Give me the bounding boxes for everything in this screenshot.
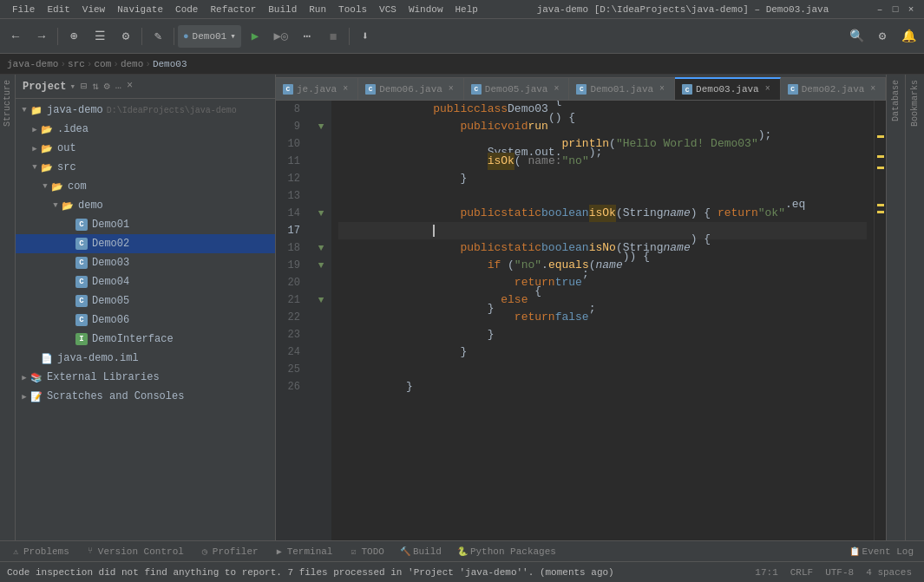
menu-build[interactable]: Build bbox=[263, 3, 302, 16]
tab-demo01[interactable]: C Demo01.java × bbox=[569, 77, 675, 100]
bottom-tab-build[interactable]: 🔨 Build bbox=[393, 542, 449, 561]
breadcrumb-part-2[interactable]: src bbox=[68, 59, 85, 69]
tab-je-java[interactable]: C je.java × bbox=[276, 77, 358, 100]
tree-item-idea[interactable]: ▶ 📂 .idea bbox=[16, 120, 275, 139]
stop-button[interactable]: ◼ bbox=[321, 24, 345, 49]
tree-item-java-demo[interactable]: ▼ 📁 java-demo D:\IdeaProjects\java-demo bbox=[16, 101, 275, 120]
tree-label-out: out bbox=[57, 142, 76, 154]
bottom-tab-profiler[interactable]: ◷ Profiler bbox=[193, 542, 265, 561]
database-strip: Database bbox=[886, 75, 905, 540]
tree-label-java-demo: java-demo bbox=[47, 104, 103, 116]
code-editor[interactable]: public class Demo03 { public void run() … bbox=[331, 101, 874, 540]
bottom-tab-event-log[interactable]: 📋 Event Log bbox=[842, 542, 921, 561]
menu-window[interactable]: Window bbox=[403, 3, 449, 16]
more-button[interactable]: … bbox=[114, 79, 123, 94]
database-button[interactable]: Database bbox=[888, 75, 903, 127]
tab-demo02[interactable]: C Demo02.java × bbox=[781, 77, 886, 100]
bottom-tab-problems[interactable]: ⚠ Problems bbox=[3, 542, 76, 561]
tab-close-demo03[interactable]: × bbox=[763, 85, 773, 94]
breadcrumb-part-1[interactable]: java-demo bbox=[7, 59, 58, 69]
menu-view[interactable]: View bbox=[77, 3, 110, 16]
tab-demo03[interactable]: C Demo03.java × bbox=[675, 77, 781, 100]
tab-demo06[interactable]: C Demo06.java × bbox=[358, 77, 464, 100]
sort-button[interactable]: ⇅ bbox=[90, 79, 100, 94]
toolbar-recent-button[interactable]: ⊕ bbox=[62, 24, 86, 49]
bottom-tab-version-control[interactable]: ⑂ Version Control bbox=[78, 542, 191, 561]
tree-item-demo01[interactable]: C Demo01 bbox=[16, 215, 275, 234]
gutter-22 bbox=[311, 309, 331, 326]
editor-area[interactable]: 8 9 10 11 12 13 14 17 18 19 20 21 22 23 … bbox=[276, 101, 886, 540]
toolbar-menu-button[interactable]: ☰ bbox=[88, 24, 112, 49]
bottom-tab-todo[interactable]: ☑ TODO bbox=[341, 542, 390, 561]
toolbar-edit-button[interactable]: ✎ bbox=[146, 24, 170, 49]
tree-item-com[interactable]: ▼ 📂 com bbox=[16, 177, 275, 196]
search-everywhere-button[interactable]: 🔍 bbox=[844, 24, 868, 49]
menu-bar[interactable]: File Edit View Navigate Code Refactor Bu… bbox=[7, 3, 483, 16]
run-coverage-button[interactable]: ▶◎ bbox=[269, 24, 293, 49]
toolbar-back-button[interactable]: ← bbox=[3, 24, 28, 49]
status-line-ending[interactable]: CRLF bbox=[785, 562, 818, 582]
toolbar-update-button[interactable]: ⬇ bbox=[353, 24, 377, 49]
tree-item-demointerface[interactable]: I DemoInterface bbox=[16, 330, 275, 349]
structure-button[interactable]: Structure bbox=[1, 75, 14, 132]
toolbar-forward-button[interactable]: → bbox=[29, 24, 54, 49]
tab-label-demo06: Demo06.java bbox=[379, 84, 442, 95]
settings-button[interactable]: ⚙ bbox=[102, 79, 112, 94]
tree-item-out[interactable]: ▶ 📂 out bbox=[16, 139, 275, 158]
toolbar: ← → ⊕ ☰ ⚙ ✎ ● Demo01 ▾ ▶ ▶◎ ⋯ ◼ ⬇ 🔍 ⚙ 🔔 bbox=[0, 19, 924, 54]
menu-run[interactable]: Run bbox=[304, 3, 331, 16]
bottom-tab-terminal[interactable]: ▶ Terminal bbox=[267, 542, 340, 561]
sidebar-dropdown-icon[interactable]: ▾ bbox=[69, 81, 75, 92]
collapse-all-button[interactable]: ⊟ bbox=[79, 79, 88, 94]
hide-button[interactable]: × bbox=[125, 79, 134, 94]
bottom-tab-python-packages[interactable]: 🐍 Python Packages bbox=[450, 542, 563, 561]
line-num-26: 26 bbox=[276, 378, 305, 396]
bookmarks-button[interactable]: Bookmarks bbox=[908, 75, 922, 132]
menu-refactor[interactable]: Refactor bbox=[205, 3, 261, 16]
notifications-button[interactable]: 🔔 bbox=[896, 24, 921, 49]
toolbar-more-run[interactable]: ⋯ bbox=[295, 24, 319, 49]
tab-close-je[interactable]: × bbox=[340, 85, 351, 94]
tree-item-demo05[interactable]: C Demo05 bbox=[16, 291, 275, 311]
menu-navigate[interactable]: Navigate bbox=[112, 3, 168, 16]
gutter-20 bbox=[311, 274, 331, 291]
line-num-24: 24 bbox=[276, 343, 305, 361]
menu-file[interactable]: File bbox=[7, 3, 40, 16]
tree-item-iml[interactable]: 📄 java-demo.iml bbox=[16, 349, 275, 368]
toolbar-settings-button[interactable]: ⚙ bbox=[114, 24, 138, 49]
status-encoding[interactable]: UTF-8 bbox=[820, 562, 859, 582]
tab-close-demo06[interactable]: × bbox=[446, 85, 456, 94]
tab-close-demo05[interactable]: × bbox=[551, 85, 561, 94]
menu-edit[interactable]: Edit bbox=[42, 3, 75, 16]
status-indent[interactable]: 4 spaces bbox=[861, 562, 917, 582]
tree-item-demo04[interactable]: C Demo04 bbox=[16, 272, 275, 291]
minimize-button[interactable]: – bbox=[874, 3, 886, 16]
tree-item-scratches[interactable]: ▶ 📝 Scratches and Consoles bbox=[16, 387, 275, 406]
tab-demo05[interactable]: C Demo05.java × bbox=[464, 77, 570, 100]
profiler-icon: ◷ bbox=[200, 546, 210, 557]
tree-item-demo06[interactable]: C Demo06 bbox=[16, 311, 275, 330]
run-config-dropdown[interactable]: ● Demo01 ▾ bbox=[178, 25, 241, 48]
tree-item-src[interactable]: ▼ 📂 src bbox=[16, 158, 275, 177]
tree-item-demo[interactable]: ▼ 📂 demo bbox=[16, 196, 275, 215]
maximize-button[interactable]: □ bbox=[889, 3, 901, 16]
run-button[interactable]: ▶ bbox=[243, 24, 267, 49]
menu-code[interactable]: Code bbox=[170, 3, 203, 16]
tree-item-demo03[interactable]: C Demo03 bbox=[16, 253, 275, 272]
window-controls[interactable]: – □ × bbox=[874, 3, 917, 16]
tree-item-ext-libs[interactable]: ▶ 📚 External Libraries bbox=[16, 368, 275, 387]
close-button[interactable]: × bbox=[905, 3, 917, 16]
menu-help[interactable]: Help bbox=[450, 3, 483, 16]
menu-vcs[interactable]: VCS bbox=[374, 3, 402, 16]
breadcrumb-part-4[interactable]: demo bbox=[121, 59, 143, 69]
tree-label-demo01: Demo01 bbox=[92, 219, 129, 231]
run-config-icon: ● bbox=[183, 31, 189, 42]
tab-close-demo02[interactable]: × bbox=[868, 85, 878, 94]
menu-tools[interactable]: Tools bbox=[333, 3, 372, 16]
status-position[interactable]: 17:1 bbox=[750, 562, 783, 582]
breadcrumb-part-3[interactable]: com bbox=[94, 59, 111, 69]
tab-close-demo01[interactable]: × bbox=[657, 85, 667, 94]
settings-gear-button[interactable]: ⚙ bbox=[870, 24, 895, 49]
breadcrumb-part-5[interactable]: Demo03 bbox=[153, 59, 187, 69]
tree-item-demo02[interactable]: C Demo02 bbox=[16, 234, 275, 253]
